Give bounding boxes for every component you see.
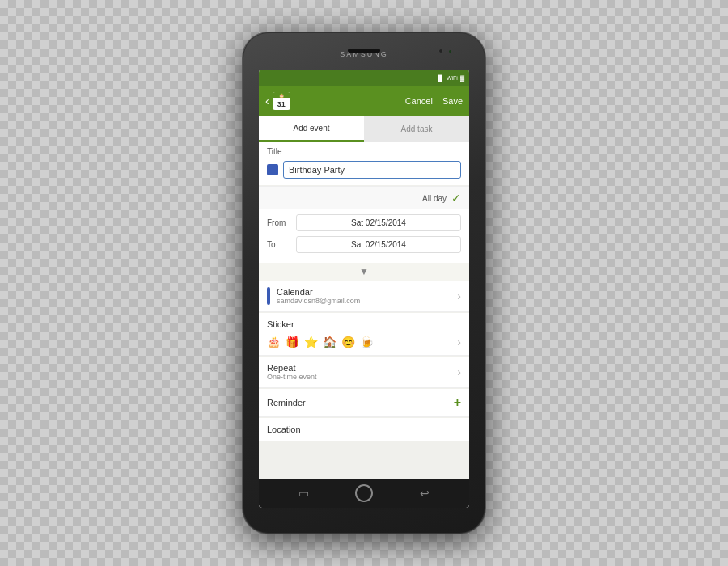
repeat-content: Repeat One-time event — [267, 363, 457, 381]
sticker-icons: 🎂 🎁 ⭐ 🏠 😊 🍺 — [267, 336, 452, 348]
status-bar: ▐▌ WiFi ▓ — [259, 70, 469, 86]
calendar-icon: 🎂 31 — [273, 92, 290, 110]
to-date[interactable]: Sat 02/15/2014 — [296, 236, 461, 253]
title-section: Title — [259, 142, 469, 185]
title-row — [259, 158, 469, 185]
sticker-smile[interactable]: 😊 — [341, 336, 355, 348]
form-content: Title All day ✓ From Sat 02/15/2014 To — [259, 142, 469, 479]
signal-icon: ▐▌ — [436, 75, 444, 81]
to-label: To — [267, 240, 290, 249]
allday-check-icon[interactable]: ✓ — [451, 192, 461, 205]
title-input[interactable] — [283, 161, 461, 179]
calendar-item-content: Calendar samdavidsn8@gmail.com — [277, 287, 457, 305]
allday-label: All day — [422, 194, 447, 203]
to-row: To Sat 02/15/2014 — [267, 236, 461, 253]
sticker-house[interactable]: 🏠 — [323, 336, 336, 348]
event-color-dot[interactable] — [267, 164, 278, 175]
cal-date: 31 — [277, 100, 286, 108]
action-bar: ‹ 🎂 31 Cancel Save — [259, 86, 469, 116]
calendar-item-sub: samdavidsn8@gmail.com — [277, 297, 457, 305]
calendar-item[interactable]: Calendar samdavidsn8@gmail.com › — [259, 281, 469, 312]
chevron-down-icon: ▼ — [359, 266, 369, 277]
reminder-section: Reminder + — [259, 389, 469, 417]
sticker-title: Sticker — [267, 319, 461, 329]
from-row: From Sat 02/15/2014 — [267, 214, 461, 231]
sticker-star[interactable]: ⭐ — [304, 336, 318, 348]
back-arrow-icon: ‹ — [265, 95, 269, 108]
sticker-section: Sticker 🎂 🎁 ⭐ 🏠 😊 🍺 › — [259, 313, 469, 356]
title-label: Title — [259, 142, 469, 158]
wifi-icon: WiFi — [447, 75, 458, 81]
camera — [438, 49, 443, 53]
calendar-color-bar — [267, 287, 270, 305]
add-reminder-button[interactable]: + — [454, 395, 461, 410]
tab-add-event[interactable]: Add event — [259, 116, 364, 142]
screen: ▐▌ WiFi ▓ ‹ 🎂 31 Cancel Save — [259, 70, 469, 508]
reminder-title: Reminder — [267, 398, 454, 408]
date-rows: From Sat 02/15/2014 To Sat 02/15/2014 — [259, 209, 469, 263]
phone-device: SAMSUNG ▐▌ WiFi ▓ ‹ 🎂 31 — [243, 32, 485, 534]
location-section: Location — [259, 418, 469, 441]
sticker-arrow-icon[interactable]: › — [457, 336, 461, 348]
repeat-arrow-icon: › — [457, 365, 461, 378]
bottom-nav: ▭ ↩ — [259, 479, 469, 508]
sticker-beer[interactable]: 🍺 — [360, 336, 374, 348]
from-date[interactable]: Sat 02/15/2014 — [296, 214, 461, 231]
phone-top-bar: SAMSUNG — [251, 42, 477, 66]
repeat-sub: One-time event — [267, 373, 457, 381]
sticker-cake[interactable]: 🎂 — [267, 336, 281, 348]
location-title: Location — [267, 424, 461, 434]
sensor — [449, 50, 451, 53]
chevron-down-row: ▼ — [259, 263, 469, 281]
action-bar-actions: Cancel Save — [405, 96, 463, 106]
back-button[interactable]: ‹ 🎂 31 — [265, 92, 290, 110]
phone-bottom — [251, 508, 477, 524]
repeat-title: Repeat — [267, 363, 457, 373]
status-icons: ▐▌ WiFi ▓ — [436, 75, 464, 81]
cal-top: 🎂 — [273, 92, 290, 98]
tab-add-task[interactable]: Add task — [364, 116, 469, 142]
from-label: From — [267, 218, 290, 227]
battery-icon: ▓ — [460, 75, 464, 81]
calendar-item-title: Calendar — [277, 287, 457, 297]
speaker-grille — [348, 49, 380, 53]
tabs: Add event Add task — [259, 116, 469, 142]
allday-row: All day ✓ — [259, 186, 469, 209]
cancel-button[interactable]: Cancel — [405, 96, 433, 106]
calendar-item-arrow-icon: › — [457, 289, 461, 302]
sticker-row: 🎂 🎁 ⭐ 🏠 😊 🍺 › — [267, 336, 461, 348]
recents-button[interactable]: ▭ — [298, 487, 309, 500]
repeat-section[interactable]: Repeat One-time event › — [259, 357, 469, 388]
back-nav-button[interactable]: ↩ — [420, 487, 430, 500]
sticker-gift[interactable]: 🎁 — [286, 336, 299, 348]
home-button[interactable] — [355, 484, 373, 502]
save-button[interactable]: Save — [442, 96, 463, 106]
